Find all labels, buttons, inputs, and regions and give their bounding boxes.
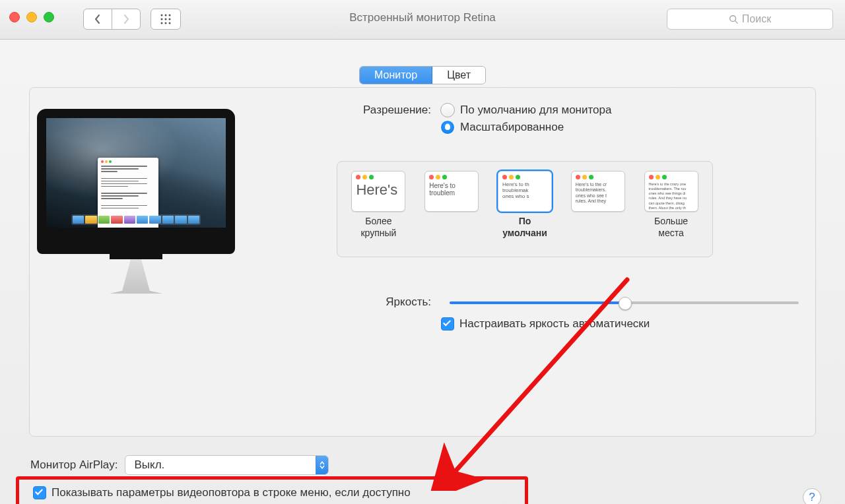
- tab-bar: Монитор Цвет: [359, 66, 486, 84]
- airplay-row: Монитор AirPlay: Выкл.: [30, 455, 329, 475]
- monitor-illustration: [37, 109, 235, 294]
- radio-scaled-label: Масштабированное: [460, 121, 564, 134]
- mirror-label: Показывать параметры видеоповтора в стро…: [51, 486, 411, 499]
- tab-color[interactable]: Цвет: [432, 67, 485, 84]
- scale-options: Here'sБолее крупныйHere's to troublemHer…: [337, 161, 713, 257]
- scale-option-2[interactable]: Here's to th troublemak ones who sПо умо…: [493, 171, 557, 239]
- airplay-select[interactable]: Выкл.: [125, 455, 329, 475]
- search-input[interactable]: Поиск: [667, 9, 833, 30]
- scale-thumbnail: Here's to troublem: [424, 171, 479, 212]
- airplay-value: Выкл.: [125, 458, 316, 472]
- help-button[interactable]: ?: [803, 488, 821, 504]
- tab-monitor[interactable]: Монитор: [360, 67, 432, 84]
- content: Монитор Цвет: [0, 40, 845, 504]
- brightness-slider[interactable]: [450, 296, 799, 309]
- brightness-label: Яркость:: [329, 296, 431, 309]
- scale-thumbnail: Here's: [351, 171, 405, 212]
- radio-default-label: По умолчанию для монитора: [460, 104, 611, 117]
- titlebar: Встроенный монитор Retina Поиск: [0, 0, 845, 40]
- auto-brightness-row: Настраивать яркость автоматически: [441, 317, 650, 331]
- scale-option-1[interactable]: Here's to troublem: [420, 171, 484, 216]
- mirror-option-row: Показывать параметры видеоповтора в стро…: [26, 483, 417, 503]
- mirror-checkbox[interactable]: [33, 486, 46, 499]
- scale-thumbnail: Here's to the cr troublemakers. ones who…: [571, 171, 625, 212]
- scale-thumbnail: Here's to th troublemak ones who s: [498, 171, 552, 212]
- scale-option-label: Больше места: [654, 216, 688, 239]
- scale-option-0[interactable]: Here'sБолее крупный: [347, 171, 411, 239]
- resolution-label: Разрешение:: [329, 104, 431, 117]
- chevron-updown-icon: [316, 456, 328, 474]
- preferences-window: Встроенный монитор Retina Поиск Монитор …: [0, 0, 845, 504]
- airplay-label: Монитор AirPlay:: [30, 458, 118, 472]
- auto-brightness-label: Настраивать яркость автоматически: [459, 317, 650, 331]
- svg-line-10: [735, 21, 737, 24]
- brightness-row: Яркость:: [329, 296, 799, 309]
- radio-scaled-resolution[interactable]: [440, 120, 455, 135]
- radio-default-resolution[interactable]: [440, 103, 455, 117]
- scale-option-label: Более крупный: [360, 216, 396, 239]
- scale-option-3[interactable]: Here's to the cr troublemakers. ones who…: [566, 171, 630, 216]
- search-placeholder: Поиск: [742, 13, 771, 25]
- scale-option-label: По умолчани: [502, 216, 547, 239]
- auto-brightness-checkbox[interactable]: [441, 317, 454, 331]
- scale-option-4[interactable]: Here's to the crazy one troublemakers. T…: [639, 171, 703, 239]
- search-icon: [729, 15, 738, 24]
- scale-thumbnail: Here's to the crazy one troublemakers. T…: [644, 171, 698, 212]
- resolution-section: Разрешение: По умолчанию для монитора Ма…: [329, 103, 805, 137]
